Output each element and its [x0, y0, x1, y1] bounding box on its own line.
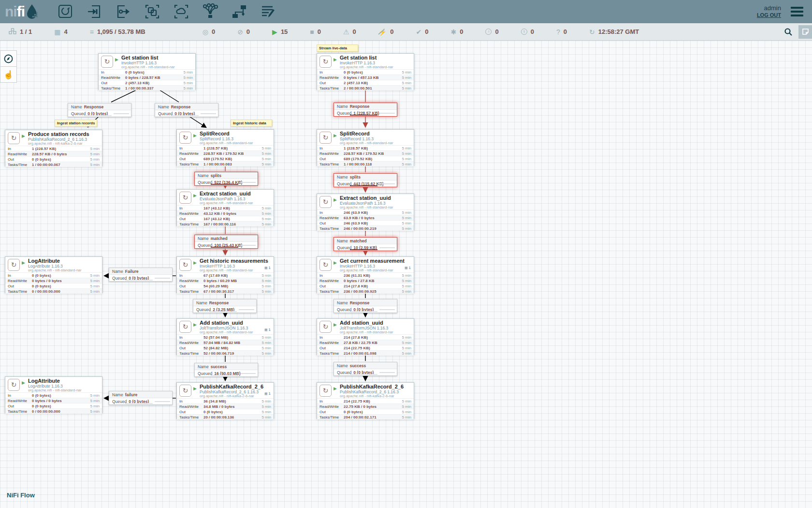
stat-row-in: In 1 (228.57 KB) 5 min: [317, 145, 414, 150]
logo-text-ni: ni: [5, 3, 17, 20]
connection-queued-row: Queued 1 (228.57 KB): [334, 110, 397, 116]
connection-name-row: Name splits: [334, 174, 397, 180]
connection-queued-row: Queued 0 (0 bytes): [334, 369, 397, 375]
stat-row-out: Out 246 (63.9 KB) 5 min: [317, 220, 414, 225]
processor-title: Extract station_uuid: [340, 195, 414, 201]
drag-processor-icon[interactable]: [57, 3, 74, 20]
processor-node[interactable]: ↻ ▶ SplitRecord SplitRecord 1.16.3 org.a…: [176, 129, 274, 166]
connection-queue-label[interactable]: Name splits Queued 443 (115.62 KB): [334, 173, 397, 187]
backpressure-count-bar: [211, 247, 238, 248]
drag-output-port-icon[interactable]: [115, 3, 132, 20]
connection-queued-row: Queued 443 (115.62 KB): [334, 180, 397, 187]
connection-queue-label[interactable]: Name Response Queued 0 (0 bytes): [334, 299, 397, 313]
connection-queue-label[interactable]: Name success Queued 16 (50.03 MB): [194, 363, 258, 377]
global-menu-icon[interactable]: [789, 5, 805, 18]
running-state-icon: ▶: [193, 386, 197, 391]
processor-node[interactable]: ↻ ▶ Extract station_uuid EvaluateJsonPat…: [317, 194, 414, 230]
processor-title: PublishKafkaRecord_2_6: [200, 384, 274, 390]
processor-node[interactable]: ↻ ▶ PublishKafkaRecord_2_6 PublishKafkaR…: [176, 382, 274, 419]
processor-node[interactable]: ↻ ▶ Get station list InvokeHTTP 1.16.3 o…: [98, 53, 196, 90]
drag-remote-process-group-icon[interactable]: [173, 3, 190, 20]
connection-queue-label[interactable]: Name success Queued 0 (0 bytes): [334, 362, 397, 376]
processor-title: SplitRecord: [340, 131, 414, 137]
connection-queue-label[interactable]: Name Response Queued 2 (3.25 MB): [193, 299, 257, 313]
processor-stamp-icon: ↻: [319, 259, 332, 271]
drag-input-port-icon[interactable]: [86, 3, 103, 20]
note-label-text: Ingest station records: [57, 121, 95, 125]
connection-queued-row: Queued 0 (0 bytes): [109, 275, 172, 281]
breadcrumb[interactable]: NiFi Flow: [7, 492, 35, 499]
processor-bundle: org.apache.nifi - nifi-standard-nar: [340, 269, 414, 273]
backpressure-size-bar: [240, 373, 256, 374]
logout-link[interactable]: LOG OUT: [757, 12, 781, 19]
not-transmitting-icon: ⊘: [237, 29, 243, 35]
connection-name-row: Name Response: [334, 103, 397, 110]
drag-template-icon[interactable]: [231, 3, 248, 20]
connection-queue-label[interactable]: Name Response Queued 0 (0 bytes): [68, 103, 131, 117]
stat-row-in: In 214 (22.75 KB) 5 min: [317, 398, 414, 403]
drag-label-icon[interactable]: [260, 3, 277, 20]
backpressure-count-bar: [350, 311, 377, 312]
threads-mini-icon: ▦: [264, 328, 268, 332]
running-state-icon: ▶: [193, 193, 197, 198]
stat-row-tasks: Tasks/Time 1 / 00:00:00.118 5 min: [317, 161, 414, 166]
connection-name-row: Name Failure: [109, 268, 172, 275]
drag-funnel-icon[interactable]: [202, 3, 219, 20]
panel-toggle-icon[interactable]: [798, 25, 812, 39]
processor-node[interactable]: ↻ ▶ Produce station records PublishKafka…: [5, 130, 102, 166]
processor-title: Get station list: [340, 55, 414, 61]
connection-queue-label[interactable]: Name matched Queued 100 (25.43 KB): [194, 235, 258, 249]
connection-queue-label[interactable]: Name Response Queued 0 (0 bytes): [155, 103, 218, 117]
canvas-note-label[interactable]: Stream live-data: [317, 45, 358, 52]
connection-queue-label[interactable]: Name Response Queued 1 (228.57 KB): [334, 103, 397, 117]
processor-node[interactable]: ↻ ▶ LogAttribute LogAttribute 1.16.3 org…: [5, 376, 102, 413]
backpressure-size-bar: [379, 309, 395, 310]
navigate-palette-button[interactable]: [0, 50, 17, 67]
processor-node[interactable]: ↻ ▶ Add station_uuid JoltTransformJSON 1…: [176, 318, 274, 355]
processor-header: ↻ ▶ Produce station records PublishKafka…: [5, 130, 102, 146]
processor-node[interactable]: ↻ ▶ Extract station_uuid EvaluateJsonPat…: [176, 189, 274, 226]
processor-node[interactable]: ↻ ▶ SplitRecord SplitRecord 1.16.3 org.a…: [317, 129, 414, 166]
connection-queued-row: Queued 2 (3.25 MB): [193, 306, 256, 313]
processor-node[interactable]: ↻ ▶ LogAttribute LogAttribute 1.16.3 org…: [5, 256, 102, 293]
disabled-icon: ⚡: [378, 29, 387, 35]
processor-bundle: org.apache.nifi - nifi-standard-nar: [200, 201, 274, 206]
processor-bundle: org.apache.nifi - nifi-kafka-2-6-nar: [200, 394, 274, 399]
invalid-icon: ⚠: [343, 29, 349, 35]
stat-row-out: Out 689 (179.52 KB) 5 min: [177, 156, 274, 161]
backpressure-size-bar: [379, 183, 395, 184]
current-user: admin: [757, 4, 781, 12]
processor-node[interactable]: ↻ ▶ Get current measurement InvokeHTTP 1…: [317, 256, 414, 293]
refresh-icon[interactable]: ↻: [589, 29, 595, 35]
connection-queue-label[interactable]: Name Failure Queued 0 (0 bytes): [109, 268, 173, 282]
connection-queue-label[interactable]: Name matched Queued 10 (2.59 KB): [334, 237, 397, 251]
connection-queued-row: Queued 16 (50.03 MB): [195, 370, 258, 376]
processor-header: ↻ ▶ PublishKafkaRecord_2_6 PublishKafkaR…: [177, 383, 274, 398]
stat-row-in: In 236 (61.31 KB) 5 min: [317, 272, 414, 278]
canvas-note-label[interactable]: Ingest station records: [55, 120, 97, 127]
stat-row-in: In 36 (34.8 MB) 5 min: [177, 398, 274, 403]
connection-queue-label[interactable]: Name failure Queued 0 (0 bytes): [109, 391, 173, 405]
stat-row-out: Out 54 (60.29 MB) 5 min: [177, 283, 274, 288]
stale-icon: ↑: [485, 29, 492, 35]
backpressure-count-bar: [125, 403, 153, 404]
drag-process-group-icon[interactable]: [144, 3, 161, 20]
search-icon[interactable]: [784, 28, 793, 36]
processor-node[interactable]: ↻ ▶ Get station list InvokeHTTP 1.16.3 o…: [317, 53, 414, 90]
stopped-status: ■ 0: [310, 28, 321, 35]
active-threads-indicator: ▦ 1: [264, 391, 271, 396]
processor-node[interactable]: ↻ ▶ Get historic measurements InvokeHTTP…: [176, 256, 274, 293]
stat-row-tasks: Tasks/Time 1 / 00:00:00.067 5 min: [5, 162, 102, 167]
stat-row-tasks: Tasks/Time 67 / 00:00:30.317 5 min: [177, 288, 274, 294]
connection-queue-label[interactable]: Name splits Queued 522 (136.4 KB): [194, 172, 258, 186]
running-state-icon: ▶: [334, 197, 337, 202]
processor-node[interactable]: ↻ ▶ Add station_uuid JoltTransformJSON 1…: [317, 318, 414, 355]
stat-row-tasks: Tasks/Time 214 / 00:00:01.098 5 min: [317, 350, 414, 356]
processor-node[interactable]: ↻ ▶ PublishKafkaRecord_2_6 PublishKafkaR…: [317, 382, 414, 419]
connection-queued-row: Queued 0 (0 bytes): [109, 398, 172, 404]
connection-name-key: Name: [112, 269, 123, 274]
operate-palette-button[interactable]: ☝: [0, 66, 17, 83]
connection-name-row: Name matched: [334, 238, 397, 244]
stat-row-readwrite: Read/Write 228.57 KB / 179.52 KB 5 min: [317, 150, 414, 156]
canvas-note-label[interactable]: Ingest historic data: [231, 120, 272, 127]
